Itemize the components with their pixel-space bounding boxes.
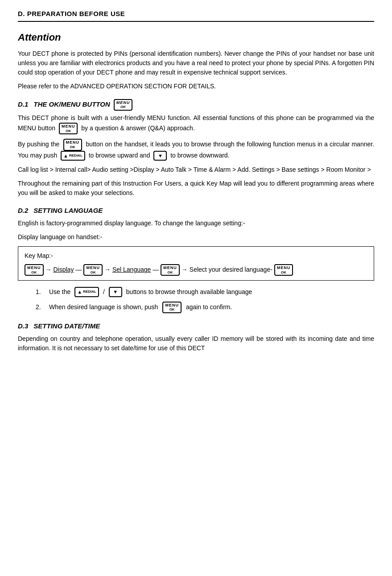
d1-section: D.1 THE OK/MENU BUTTON MENU OK This DECT… [18, 99, 374, 198]
list-item1-text-c: buttons to browse through available lang… [126, 287, 252, 297]
menu-btn-km4: MENU OK [274, 264, 293, 276]
keymap-label: Key Map:- [25, 251, 53, 261]
header-title: D. PREPARATION BEFORE USE [18, 10, 125, 17]
d2-section: D.2 SETTING LANGUAGE English is factory-… [18, 206, 374, 313]
up-arrow-btn-li: ▲ REDIAL [74, 287, 99, 297]
d3-para1: Depending on country and telephone opera… [18, 334, 374, 353]
d2-title: D.2 SETTING LANGUAGE [18, 206, 374, 216]
d1-title: D.1 THE OK/MENU BUTTON MENU OK [18, 99, 374, 111]
arrow2: → [104, 265, 111, 274]
attention-title: Attention [18, 30, 374, 45]
keymap-content-row: MENU OK → Display — MENU OK → Sel Langua… [25, 264, 367, 276]
list-item2-text-a: When desired language is shown, push [49, 303, 158, 312]
list-item1-text-b: / [103, 287, 105, 297]
up-arrow-btn: ▲ REDIAL [61, 151, 85, 161]
d3-section: D.3 SETTING DATE/TIME Depending on count… [18, 321, 374, 353]
keymap-box: Key Map:- MENU OK → Display — MENU OK → … [18, 246, 374, 281]
down-arrow-btn-li: ▼ [109, 287, 122, 297]
attention-para2: Please refer to the ADVANCED OPERATION S… [18, 82, 374, 91]
d1-para3: Call log list > Internal call> Audio set… [18, 165, 374, 174]
dash-line2: — [153, 265, 159, 274]
display-label: Display [54, 265, 74, 274]
d2-list: 1. Use the ▲ REDIAL / ▼ buttons to brows… [36, 287, 374, 313]
select-text: Select your desired language- [190, 265, 272, 274]
attention-para1: Your DECT phone is protected by PINs (pe… [18, 49, 374, 77]
arrow3: → [182, 265, 188, 274]
down-arrow-btn: ▼ [153, 151, 167, 161]
d1-para4: Throughout the remaining part of this In… [18, 179, 374, 198]
menu-btn-km2: MENU OK [83, 264, 103, 276]
page-header: D. PREPARATION BEFORE USE [18, 9, 374, 22]
d1-para1: This DECT phone is built with a user-fri… [18, 113, 374, 134]
dash-line1: — [75, 265, 82, 274]
menu-btn-km1: MENU OK [25, 264, 44, 276]
d2-para2: Display language on handset:- [18, 232, 374, 242]
attention-section: Attention Your DECT phone is protected b… [18, 30, 374, 91]
arrow1: → [45, 265, 52, 274]
d3-title: D.3 SETTING DATE/TIME [18, 321, 374, 332]
d1-para2: By pushing the MENU OK button on the han… [18, 139, 374, 161]
menu-btn-para1: MENU OK [59, 123, 78, 134]
list-item-1: 1. Use the ▲ REDIAL / ▼ buttons to brows… [36, 287, 374, 297]
menu-btn-li2: MENU OK [162, 302, 182, 313]
list-item2-text-b: again to confirm. [186, 303, 232, 312]
sel-language-label: Sel Language [112, 265, 151, 274]
list-item1-text-a: Use the [49, 287, 70, 297]
d2-para1: English is factory-programmed display la… [18, 219, 374, 228]
menu-button-inline: MENU OK [114, 99, 133, 111]
keymap-label-row: Key Map:- [25, 251, 367, 261]
menu-btn-para2: MENU OK [63, 139, 83, 150]
list-item-2: 2. When desired language is shown, push … [36, 302, 374, 313]
menu-btn-km3: MENU OK [161, 264, 180, 276]
